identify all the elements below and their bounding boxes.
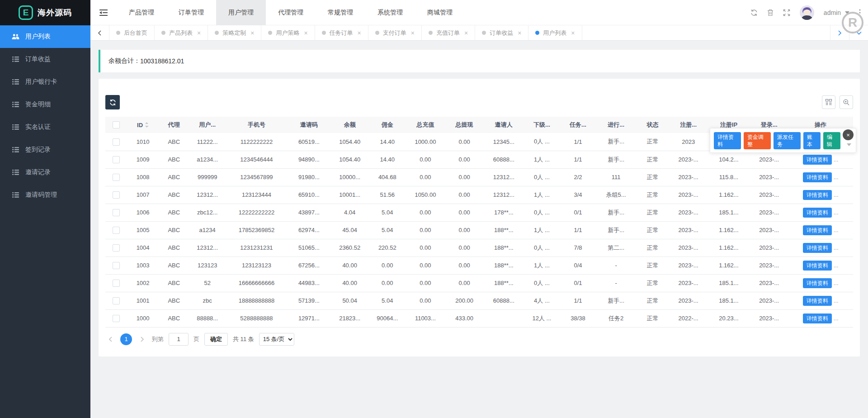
cell: 新手... [596, 204, 636, 221]
tab[interactable]: 策略定制× [208, 25, 261, 40]
cell: 17852369852 [226, 221, 287, 239]
cell: ABC [159, 309, 189, 327]
current-page-button[interactable]: 1 [120, 333, 132, 345]
row-checkbox[interactable] [113, 209, 120, 216]
tab[interactable]: 任务订单× [315, 25, 368, 40]
popover-action-button[interactable]: 派发任务 [774, 132, 801, 149]
tab[interactable]: 产品列表× [155, 25, 208, 40]
details-button[interactable]: 详情资料 [803, 261, 832, 271]
tabs-menu-button[interactable] [849, 25, 868, 40]
page-size-select[interactable]: 15 条/页 [259, 333, 294, 346]
tab[interactable]: 后台首页 [109, 25, 155, 40]
user-table-card: ID代理用户...手机号邀请码余额佣金总充值总提现邀请人下级...任务...进行… [99, 79, 860, 356]
details-button[interactable]: 详情资料 [803, 243, 832, 253]
details-button[interactable]: 详情资料 [803, 296, 832, 306]
sidebar-item[interactable]: 实名认证 [0, 116, 90, 138]
next-page-button[interactable] [137, 333, 147, 345]
details-button[interactable]: 详情资料 [803, 190, 832, 200]
row-checkbox[interactable] [113, 315, 120, 322]
sidebar-item[interactable]: 用户列表 [0, 25, 90, 48]
tab[interactable]: 订单收益× [475, 25, 528, 40]
tab-close-icon[interactable]: × [358, 29, 361, 37]
topnav-item[interactable]: 商城管理 [415, 0, 465, 25]
popover-action-button[interactable]: 详情资料 [714, 132, 741, 149]
row-checkbox[interactable] [113, 262, 120, 269]
topnav-item[interactable]: 订单管理 [166, 0, 216, 25]
sidebar-item[interactable]: 邀请码管理 [0, 184, 90, 206]
topbar-right: admin [750, 5, 868, 20]
cell: 2023-... [750, 292, 788, 309]
details-button[interactable]: 详情资料 [803, 225, 832, 235]
row-checkbox[interactable] [113, 156, 120, 163]
tab-close-icon[interactable]: × [304, 29, 307, 37]
cell: 正常 [636, 274, 670, 292]
row-checkbox[interactable] [113, 138, 120, 146]
sidebar-item[interactable]: 签到记录 [0, 138, 90, 161]
cell: 60888... [484, 151, 524, 168]
popover-action-button[interactable]: 账本 [803, 132, 821, 149]
cell: 正常 [636, 292, 670, 309]
tab[interactable]: 用户策略× [261, 25, 315, 40]
sidebar-item[interactable]: 邀请记录 [0, 161, 90, 184]
tab[interactable]: 充值订单× [422, 25, 475, 40]
caret-down-icon[interactable] [847, 143, 851, 146]
columns-toggle-button[interactable] [822, 95, 835, 109]
topnav-item[interactable]: 系统管理 [365, 0, 415, 25]
column-label: 下级... [533, 121, 550, 128]
prev-page-button[interactable] [105, 333, 115, 345]
topnav-item[interactable]: 代理管理 [266, 0, 316, 25]
row-checkbox[interactable] [113, 244, 120, 252]
tab[interactable]: 用户列表× [528, 25, 582, 40]
row-more-ellipsis: ... [834, 262, 839, 269]
tab-close-icon[interactable]: × [411, 29, 415, 37]
tab-close-icon[interactable]: × [250, 29, 254, 37]
fullscreen-icon[interactable] [783, 9, 790, 16]
popover-action-button[interactable]: 编辑 [823, 132, 840, 149]
cell: 2022-... [670, 309, 708, 327]
refresh-icon[interactable] [750, 9, 758, 16]
topnav-item[interactable]: 产品管理 [117, 0, 166, 25]
sidebar-collapse-button[interactable] [90, 0, 117, 25]
tab-close-icon[interactable]: × [197, 29, 201, 37]
sidebar-item[interactable]: 用户银行卡 [0, 71, 90, 93]
chevron-down-icon[interactable] [845, 11, 849, 14]
row-checkbox[interactable] [113, 174, 120, 181]
tabs-scroll-left-button[interactable] [90, 25, 109, 40]
row-checkbox[interactable] [113, 280, 120, 287]
tab[interactable]: 支付订单× [368, 25, 422, 40]
tabs-scroll-right-button[interactable] [830, 25, 849, 40]
details-button[interactable]: 详情资料 [803, 208, 832, 218]
trash-icon[interactable] [767, 9, 774, 16]
cell: 62974... [287, 221, 330, 239]
cell: 51065... [287, 239, 330, 256]
tab-close-icon[interactable]: × [464, 29, 468, 37]
select-all-checkbox[interactable] [113, 121, 120, 128]
details-button[interactable]: 详情资料 [803, 314, 832, 323]
username[interactable]: admin [824, 9, 841, 16]
close-icon[interactable]: × [843, 129, 854, 140]
tab-close-icon[interactable]: × [571, 29, 575, 37]
row-select-cell [105, 151, 127, 168]
row-checkbox[interactable] [113, 227, 120, 234]
row-actions-cell: 详情资料... [788, 151, 853, 168]
goto-confirm-button[interactable]: 确定 [204, 333, 228, 346]
more-menu-icon[interactable] [859, 9, 861, 16]
sidebar-item[interactable]: 订单收益 [0, 48, 90, 71]
table-search-button[interactable] [840, 95, 853, 109]
topnav-item[interactable]: 常规管理 [316, 0, 365, 25]
goto-page-input[interactable] [169, 333, 189, 346]
cell: 44983... [287, 274, 330, 292]
details-button[interactable]: 详情资料 [803, 278, 832, 288]
details-button[interactable]: 详情资料 [803, 172, 832, 182]
row-checkbox[interactable] [113, 297, 120, 304]
details-button[interactable]: 详情资料 [803, 155, 832, 165]
avatar[interactable] [800, 5, 814, 20]
popover-action-button[interactable]: 资金调整 [744, 132, 771, 149]
tab-close-icon[interactable]: × [518, 29, 521, 37]
topnav-item[interactable]: 用户管理 [216, 0, 266, 25]
balance-summary-value: 1003188612.01 [140, 57, 184, 65]
cell: 正常 [636, 133, 670, 151]
table-refresh-button[interactable] [105, 95, 120, 109]
row-checkbox[interactable] [113, 191, 120, 199]
sidebar-item[interactable]: 资金明细 [0, 93, 90, 116]
